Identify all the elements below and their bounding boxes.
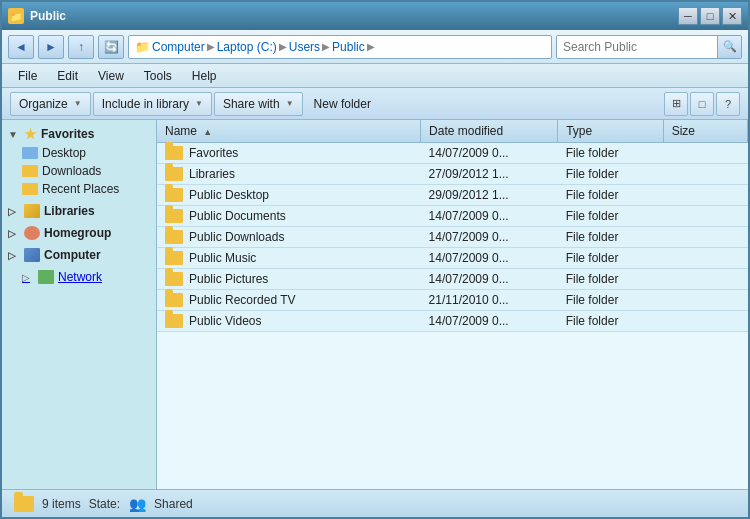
file-date-cell: 14/07/2009 0... <box>421 311 558 332</box>
file-name: Public Pictures <box>189 272 268 286</box>
file-size-cell <box>663 206 747 227</box>
sidebar-item-recent-places[interactable]: Recent Places <box>2 180 156 198</box>
folder-icon <box>165 314 183 328</box>
include-in-library-label: Include in library <box>102 97 189 111</box>
window-title: Public <box>30 9 66 23</box>
folder-icon <box>165 146 183 160</box>
file-name-cell: Public Documents <box>157 206 421 227</box>
favorites-expand-icon: ▼ <box>8 129 20 140</box>
refresh-button[interactable]: 🔄 <box>98 35 124 59</box>
libraries-expand-icon: ▷ <box>8 206 20 217</box>
main-area: ▼ ★ Favorites Desktop Downloads Recent P… <box>2 120 748 489</box>
help-button[interactable]: ? <box>716 92 740 116</box>
sort-arrow-icon: ▲ <box>203 127 212 137</box>
desktop-folder-icon <box>22 147 38 159</box>
sidebar-favorites-header[interactable]: ▼ ★ Favorites <box>2 124 156 144</box>
file-date-cell: 27/09/2012 1... <box>421 164 558 185</box>
menu-view[interactable]: View <box>90 67 132 85</box>
column-header-size[interactable]: Size <box>663 120 747 143</box>
file-name: Libraries <box>189 167 235 181</box>
status-folder-icon <box>14 496 34 512</box>
downloads-label: Downloads <box>42 164 101 178</box>
file-type-cell: File folder <box>558 227 663 248</box>
sidebar-item-network[interactable]: ▷ Network <box>2 268 156 286</box>
sidebar-item-downloads[interactable]: Downloads <box>2 162 156 180</box>
file-name: Public Documents <box>189 209 286 223</box>
file-table: Name ▲ Date modified Type Size <box>157 120 748 332</box>
menu-tools[interactable]: Tools <box>136 67 180 85</box>
table-row[interactable]: Public Videos14/07/2009 0...File folder <box>157 311 748 332</box>
computer-label: Computer <box>44 248 101 262</box>
table-row[interactable]: Public Desktop29/09/2012 1...File folder <box>157 185 748 206</box>
file-name-cell: Public Downloads <box>157 227 421 248</box>
minimize-button[interactable]: ─ <box>678 7 698 25</box>
sidebar-libraries-header[interactable]: ▷ Libraries <box>2 202 156 220</box>
file-name-cell: Public Pictures <box>157 269 421 290</box>
file-date-cell: 29/09/2012 1... <box>421 185 558 206</box>
column-header-type[interactable]: Type <box>558 120 663 143</box>
breadcrumb-item-3[interactable]: Public <box>332 40 365 54</box>
forward-button[interactable]: ► <box>38 35 64 59</box>
sidebar-homegroup-header[interactable]: ▷ Homegroup <box>2 224 156 242</box>
column-header-name[interactable]: Name ▲ <box>157 120 421 143</box>
folder-icon <box>165 251 183 265</box>
sidebar-item-desktop[interactable]: Desktop <box>2 144 156 162</box>
search-input[interactable] <box>557 36 717 58</box>
breadcrumb-item-1[interactable]: Laptop (C:) <box>217 40 277 54</box>
table-row[interactable]: Libraries27/09/2012 1...File folder <box>157 164 748 185</box>
file-name-cell: Public Recorded TV <box>157 290 421 311</box>
explorer-window: 📁 Public ─ □ ✕ ◄ ► ↑ 🔄 📁 Computer ▶ Lapt… <box>0 0 750 519</box>
file-date-cell: 14/07/2009 0... <box>421 248 558 269</box>
share-with-button[interactable]: Share with ▼ <box>214 92 303 116</box>
file-size-cell <box>663 290 747 311</box>
sidebar-section-libraries: ▷ Libraries <box>2 202 156 220</box>
file-name: Favorites <box>189 146 238 160</box>
table-row[interactable]: Public Documents14/07/2009 0...File fold… <box>157 206 748 227</box>
file-size-cell <box>663 143 747 164</box>
organize-button[interactable]: Organize ▼ <box>10 92 91 116</box>
maximize-button[interactable]: □ <box>700 7 720 25</box>
file-size-cell <box>663 248 747 269</box>
desktop-label: Desktop <box>42 146 86 160</box>
view-toggle-button[interactable]: ⊞ <box>664 92 688 116</box>
menu-file[interactable]: File <box>10 67 45 85</box>
status-bar: 9 items State: 👥 Shared <box>2 489 748 517</box>
file-name-cell: Public Desktop <box>157 185 421 206</box>
file-date-cell: 21/11/2010 0... <box>421 290 558 311</box>
sidebar: ▼ ★ Favorites Desktop Downloads Recent P… <box>2 120 157 489</box>
breadcrumb-item-0[interactable]: Computer <box>152 40 205 54</box>
table-row[interactable]: Public Recorded TV21/11/2010 0...File fo… <box>157 290 748 311</box>
toolbar: Organize ▼ Include in library ▼ Share wi… <box>2 88 748 120</box>
column-header-date[interactable]: Date modified <box>421 120 558 143</box>
back-button[interactable]: ◄ <box>8 35 34 59</box>
folder-icon <box>165 188 183 202</box>
file-name: Public Recorded TV <box>189 293 296 307</box>
up-button[interactable]: ↑ <box>68 35 94 59</box>
network-label: Network <box>58 270 102 284</box>
new-folder-button[interactable]: New folder <box>305 92 380 116</box>
favorites-label: Favorites <box>41 127 94 141</box>
breadcrumb-item-2[interactable]: Users <box>289 40 320 54</box>
table-row[interactable]: Public Music14/07/2009 0...File folder <box>157 248 748 269</box>
share-with-label: Share with <box>223 97 280 111</box>
status-state-value: Shared <box>154 497 193 511</box>
homegroup-icon <box>24 226 40 240</box>
breadcrumb-sep-0: ▶ <box>207 41 215 52</box>
sidebar-computer-header[interactable]: ▷ Computer <box>2 246 156 264</box>
breadcrumb[interactable]: 📁 Computer ▶ Laptop (C:) ▶ Users ▶ Publi… <box>128 35 552 59</box>
breadcrumb-sep-3: ▶ <box>367 41 375 52</box>
preview-pane-button[interactable]: □ <box>690 92 714 116</box>
menu-edit[interactable]: Edit <box>49 67 86 85</box>
search-button[interactable]: 🔍 <box>717 36 741 58</box>
menu-help[interactable]: Help <box>184 67 225 85</box>
file-date-cell: 14/07/2009 0... <box>421 227 558 248</box>
table-row[interactable]: Public Pictures14/07/2009 0...File folde… <box>157 269 748 290</box>
breadcrumb-sep-1: ▶ <box>279 41 287 52</box>
include-in-library-button[interactable]: Include in library ▼ <box>93 92 212 116</box>
file-name: Public Music <box>189 251 256 265</box>
table-row[interactable]: Favorites14/07/2009 0...File folder <box>157 143 748 164</box>
table-row[interactable]: Public Downloads14/07/2009 0...File fold… <box>157 227 748 248</box>
close-button[interactable]: ✕ <box>722 7 742 25</box>
sidebar-section-computer: ▷ Computer <box>2 246 156 264</box>
sidebar-section-favorites: ▼ ★ Favorites Desktop Downloads Recent P… <box>2 124 156 198</box>
